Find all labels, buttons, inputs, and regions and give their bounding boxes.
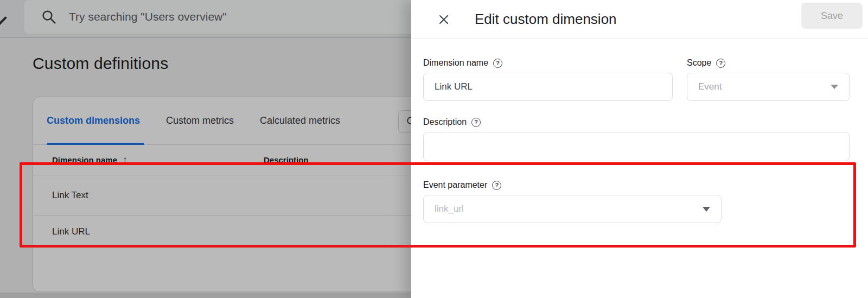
help-icon[interactable]: ?: [471, 118, 481, 127]
help-icon[interactable]: ?: [493, 59, 502, 68]
panel-title: Edit custom dimension: [475, 11, 617, 28]
description-label: Description: [423, 117, 467, 127]
dimension-name-input[interactable]: [424, 73, 672, 100]
edit-dimension-panel: Edit custom dimension Save Dimension nam…: [411, 0, 868, 298]
dropdown-arrow-icon: [831, 85, 838, 89]
dimension-name-label-row: Dimension name ?: [423, 58, 673, 68]
description-field-group: Description ?: [423, 117, 850, 163]
save-button[interactable]: Save: [801, 3, 863, 29]
scope-label: Scope: [687, 58, 711, 68]
dropdown-arrow-icon: [703, 207, 710, 212]
event-parameter-field-group: Event parameter ? link_url: [423, 180, 850, 223]
scope-value: Event: [698, 81, 722, 92]
event-parameter-label-row: Event parameter ?: [423, 180, 850, 191]
panel-content: Dimension name ? Scope ? Event: [411, 39, 868, 223]
dimension-name-field-group: Dimension name ?: [423, 58, 673, 101]
event-parameter-value: link_url: [435, 204, 464, 214]
scope-label-row: Scope ?: [687, 58, 850, 68]
description-label-row: Description ?: [423, 117, 850, 128]
dimension-name-label: Dimension name: [423, 58, 488, 68]
form-row: Dimension name ? Scope ? Event: [423, 58, 850, 101]
panel-header: Edit custom dimension Save: [411, 0, 868, 39]
scope-select[interactable]: Event: [687, 73, 850, 101]
description-textarea[interactable]: [423, 132, 850, 161]
help-icon[interactable]: ?: [716, 59, 725, 68]
event-parameter-label: Event parameter: [423, 180, 487, 190]
dimension-name-input-box: [423, 73, 673, 101]
modal-scrim[interactable]: [0, 0, 411, 298]
event-parameter-select[interactable]: link_url: [423, 195, 722, 223]
close-icon[interactable]: [436, 11, 452, 28]
scope-field-group: Scope ? Event: [687, 58, 850, 101]
help-icon[interactable]: ?: [492, 181, 501, 190]
screen: Custom definitions Custom dimensions Cus…: [0, 0, 868, 298]
